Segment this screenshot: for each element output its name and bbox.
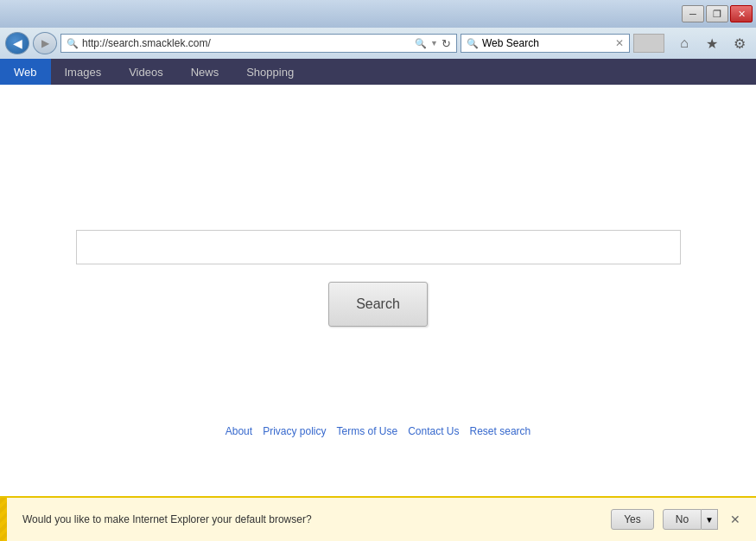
notification-bar: Would you like to make Internet Explorer…	[0, 496, 756, 541]
privacy-link[interactable]: Privacy policy	[263, 425, 326, 437]
favorites-button[interactable]: ★	[701, 34, 723, 53]
forward-button[interactable]: ▶	[33, 32, 57, 54]
back-button[interactable]: ◀	[5, 32, 29, 54]
tab-shopping[interactable]: Shopping	[232, 59, 308, 85]
no-button-group: No ▼	[663, 509, 718, 530]
address-bar-area: ◀ ▶ 🔍 🔍 ▼ ↻ 🔍 ✕ ⌂ ★ ⚙	[0, 28, 756, 59]
browser-content: Search About Privacy policy Terms of Use…	[0, 85, 756, 541]
restore-button[interactable]: ❐	[706, 5, 728, 22]
search-tab-close[interactable]: ✕	[615, 37, 624, 49]
yes-button[interactable]: Yes	[611, 509, 654, 530]
no-button[interactable]: No	[663, 509, 702, 530]
footer-links: About Privacy policy Terms of Use Contac…	[226, 425, 530, 437]
no-dropdown-button[interactable]: ▼	[702, 509, 718, 530]
home-button[interactable]: ⌂	[673, 34, 696, 53]
tab-web-label: Web	[14, 66, 37, 79]
search-tab-box: 🔍 ✕	[461, 34, 630, 53]
search-icon: 🔍	[67, 38, 79, 49]
search-button[interactable]: Search	[328, 282, 428, 327]
tab-web[interactable]: Web	[0, 59, 51, 85]
title-bar: ─ ❐ ✕	[0, 0, 756, 28]
address-box: 🔍 🔍 ▼ ↻	[60, 34, 457, 53]
tab-placeholder	[633, 34, 664, 53]
right-toolbar: ⌂ ★ ⚙	[673, 34, 751, 53]
main-search-input[interactable]	[76, 230, 681, 264]
refresh-icon[interactable]: ↻	[442, 37, 451, 50]
tab-videos[interactable]: Videos	[115, 59, 177, 85]
terms-link[interactable]: Terms of Use	[336, 425, 397, 437]
address-input[interactable]	[82, 37, 411, 49]
browser-nav: Web Images Videos News Shopping	[0, 59, 756, 85]
browser-window: ─ ❐ ✕ ◀ ▶ 🔍 🔍 ▼ ↻ 🔍 ✕ ⌂ ★ ⚙ Web	[0, 0, 756, 541]
notification-close-button[interactable]: ✕	[727, 511, 744, 528]
reset-link[interactable]: Reset search	[470, 425, 531, 437]
notification-message: Would you like to make Internet Explorer…	[22, 513, 602, 525]
settings-button[interactable]: ⚙	[728, 34, 751, 53]
minimize-button[interactable]: ─	[682, 5, 704, 22]
tab-images[interactable]: Images	[51, 59, 116, 85]
about-link[interactable]: About	[226, 425, 252, 437]
tab-videos-label: Videos	[129, 66, 163, 79]
search-area: Search	[0, 85, 756, 541]
info-stripe	[0, 498, 7, 541]
tab-news[interactable]: News	[177, 59, 233, 85]
contact-link[interactable]: Contact Us	[408, 425, 459, 437]
tab-images-label: Images	[65, 66, 102, 79]
address-search-icon: 🔍	[415, 38, 427, 49]
tab-shopping-label: Shopping	[246, 66, 294, 79]
tab-search-icon: 🔍	[467, 38, 479, 49]
tab-news-label: News	[191, 66, 219, 79]
window-controls: ─ ❐ ✕	[682, 5, 753, 22]
close-button[interactable]: ✕	[730, 5, 753, 22]
search-tab-input[interactable]	[482, 37, 612, 49]
dropdown-icon: ▼	[430, 39, 438, 48]
